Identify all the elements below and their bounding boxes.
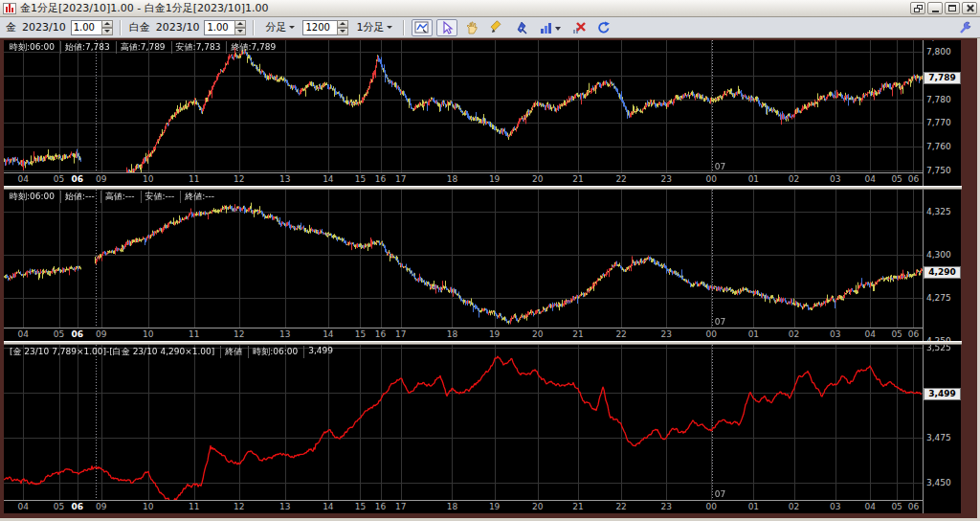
spin-down-button[interactable] xyxy=(234,28,246,35)
refresh-tool-button[interactable] xyxy=(593,19,614,36)
gold-time-axis: 0405060910111213141516171819202122230001… xyxy=(4,172,923,186)
time-axis-label: 06 xyxy=(904,329,922,339)
time-axis-label: 03 xyxy=(827,329,844,339)
spin-up-button[interactable] xyxy=(234,20,246,28)
time-axis-label: 01 xyxy=(745,502,762,511)
timeframe-dropdown[interactable]: 1分足 xyxy=(352,19,396,35)
bar-count-value[interactable]: 1200 xyxy=(302,20,337,35)
time-axis-label: 03 xyxy=(827,502,844,511)
platinum-contract-month[interactable]: 2023/10 xyxy=(155,21,201,34)
delete-tool-button[interactable] xyxy=(568,19,590,36)
gold-multiplier-value[interactable]: 1.00 xyxy=(71,20,101,35)
chart-area: 時刻:06:00 始値:7,783 高値:7,789 安値:7,783 終値:7… xyxy=(0,38,980,521)
chart-cursor-tool-button[interactable] xyxy=(412,19,433,36)
hand-icon xyxy=(464,20,479,35)
maximize-button[interactable] xyxy=(945,2,960,14)
last-price-box: 4,290 xyxy=(924,266,961,279)
last-price-box: 7,789 xyxy=(924,72,961,84)
time-axis-label: 10 xyxy=(140,174,157,184)
time-axis-label: 02 xyxy=(786,329,803,339)
time-axis-label: 00 xyxy=(702,502,720,511)
chevron-down-icon xyxy=(289,26,295,29)
time-axis-label: 06 xyxy=(69,329,86,339)
minimize-button[interactable] xyxy=(927,2,943,14)
time-axis-label: 04 xyxy=(14,329,32,339)
close-icon xyxy=(966,4,974,12)
titlebar: 金1分足[2023/10]1.00 - 白金1分足[2023/10]1.00 xyxy=(0,0,980,17)
time-axis-label: 01 xyxy=(745,329,762,339)
minimize-icon xyxy=(932,11,939,12)
time-axis-label: 12 xyxy=(231,502,248,511)
time-axis-label: 21 xyxy=(569,329,587,339)
bar-count-spinner[interactable]: 1200 xyxy=(302,20,348,35)
platinum-panel: 時刻:06:00 始値:--- 高値:--- 安値:--- 終値:--- 07 … xyxy=(4,190,962,341)
time-axis-label: 19 xyxy=(486,174,503,184)
time-axis-label: 01 xyxy=(745,174,762,184)
spin-up-button[interactable] xyxy=(337,20,348,28)
settings-tool-button[interactable] xyxy=(954,19,975,36)
timeframe-label: 1分足 xyxy=(356,20,384,34)
gold-multiplier-spinner[interactable]: 1.00 xyxy=(71,20,113,35)
time-axis-label: 04 xyxy=(861,502,879,511)
time-axis-label: 17 xyxy=(392,174,410,184)
spread-plot[interactable]: [金 23/10 7,789×1.00]-[白金 23/10 4,290×1.0… xyxy=(4,345,923,500)
time-axis-label: 14 xyxy=(320,502,337,511)
time-axis-label: 11 xyxy=(186,502,203,511)
platinum-price-axis: 4,3254,3004,2754,2504,290 xyxy=(923,190,961,341)
window-title: 金1分足[2023/10]1.00 - 白金1分足[2023/10]1.00 xyxy=(20,1,906,15)
time-axis-label: 04 xyxy=(861,174,879,184)
time-axis-label: 09 xyxy=(93,329,110,339)
candlestick-app-icon xyxy=(3,3,16,14)
time-axis-label: 17 xyxy=(392,502,410,511)
spin-down-button[interactable] xyxy=(337,28,348,35)
time-axis-label: 00 xyxy=(702,174,720,184)
time-axis-label: 02 xyxy=(786,174,803,184)
pen-tool-button[interactable] xyxy=(511,19,532,36)
price-tick-label: 4,250 xyxy=(926,336,951,341)
gold-contract-month[interactable]: 2023/10 xyxy=(21,21,67,34)
time-axis-label: 06 xyxy=(69,174,86,184)
time-axis-label: 09 xyxy=(93,502,110,511)
time-axis-label: 06 xyxy=(69,502,86,511)
time-axis-label: 19 xyxy=(486,329,503,339)
price-tick-label: 3,450 xyxy=(926,478,951,487)
maximize-icon xyxy=(948,5,956,11)
float-window-button[interactable] xyxy=(910,2,925,14)
close-button[interactable] xyxy=(962,2,977,14)
pen-icon xyxy=(514,20,529,35)
interval-type-dropdown[interactable]: 分足 xyxy=(261,19,299,35)
time-axis-label: 06 xyxy=(904,502,922,511)
time-axis-label: 10 xyxy=(140,329,157,339)
time-axis-label: 02 xyxy=(786,502,803,511)
chart-cursor-icon xyxy=(414,20,430,35)
spread-panel: [金 23/10 7,789×1.00]-[白金 23/10 4,290×1.0… xyxy=(4,345,962,513)
pencil-tool-button[interactable] xyxy=(486,19,507,36)
gold-panel: 時刻:06:00 始値:7,783 高値:7,789 安値:7,783 終値:7… xyxy=(4,40,962,186)
toolbar-separator xyxy=(120,20,122,35)
time-axis-label: 04 xyxy=(14,174,32,184)
time-axis-label: 16 xyxy=(372,174,390,184)
bar-chart-icon xyxy=(539,20,562,35)
gold-plot[interactable]: 時刻:06:00 始値:7,783 高値:7,789 安値:7,783 終値:7… xyxy=(4,40,923,172)
last-price-box: 3,499 xyxy=(924,388,961,400)
pan-tool-button[interactable] xyxy=(461,19,482,36)
platinum-multiplier-value[interactable]: 1.00 xyxy=(204,20,234,35)
time-axis-label: 16 xyxy=(372,329,390,339)
indicator-tool-button[interactable] xyxy=(536,19,565,36)
time-axis-label: 13 xyxy=(277,174,294,184)
time-axis-label: 17 xyxy=(392,329,410,339)
spin-down-button[interactable] xyxy=(101,28,113,35)
pointer-tool-button[interactable] xyxy=(436,19,457,36)
spin-up-button[interactable] xyxy=(101,20,113,28)
chevron-down-icon xyxy=(387,26,392,29)
price-tick-label: 7,750 xyxy=(926,166,951,175)
platinum-multiplier-spinner[interactable]: 1.00 xyxy=(204,20,246,35)
platinum-label: 白金 xyxy=(128,20,151,34)
price-tick-label: 7,780 xyxy=(926,95,951,104)
time-axis-label: 09 xyxy=(93,174,110,184)
time-axis-label: 13 xyxy=(277,329,294,339)
platinum-plot[interactable]: 時刻:06:00 始値:--- 高値:--- 安値:--- 終値:--- 07 xyxy=(4,190,923,328)
pencil-icon xyxy=(489,20,504,35)
time-axis-label: 23 xyxy=(657,174,675,184)
price-tick-label: 4,300 xyxy=(926,250,951,260)
